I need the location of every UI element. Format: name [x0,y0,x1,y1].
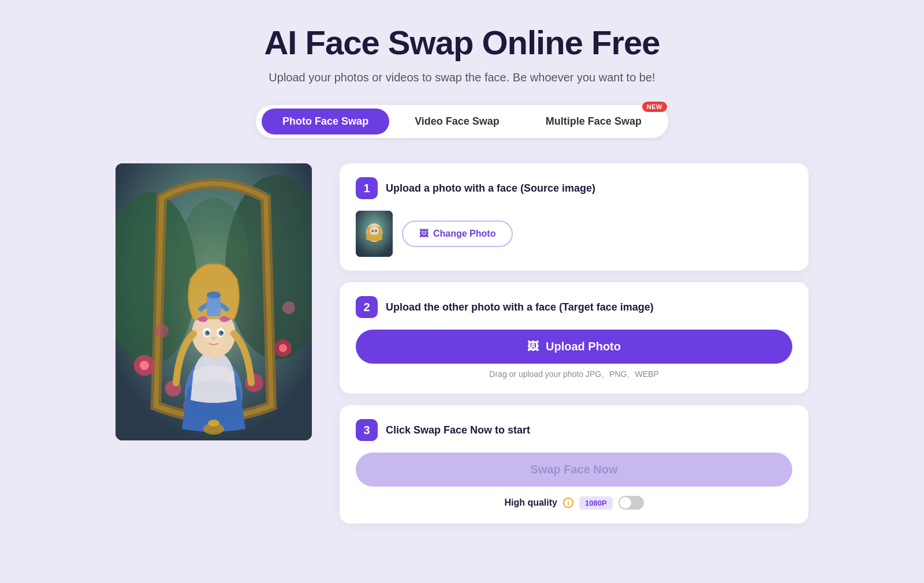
step-2-title: Upload the other photo with a face (Targ… [386,301,654,313]
tab-multiple-face-swap[interactable]: Multiple Face Swap [525,109,662,134]
upload-photo-button[interactable]: 🖼 Upload Photo [356,330,792,364]
page-title: AI Face Swap Online Free [264,23,660,62]
svg-point-32 [139,244,289,429]
swap-face-now-button[interactable]: Swap Face Now [356,453,792,487]
tab-multiple-wrapper: Multiple Face Swap NEW [525,109,662,134]
step-2-header: 2 Upload the other photo with a face (Ta… [356,296,792,318]
source-thumbnail [356,211,393,257]
tab-video-face-swap[interactable]: Video Face Swap [394,109,520,134]
content-area: 1 Upload a photo with a face (Source ima… [116,163,808,524]
quality-info-icon[interactable]: i [563,498,573,508]
step-1-content: 🖼 Change Photo [356,211,792,257]
quality-row: High quality i 1080P [356,496,792,510]
step-3-number: 3 [356,419,378,441]
quality-badge: 1080P [579,496,613,510]
upload-photo-label: Upload Photo [546,340,621,353]
preview-image [116,163,312,440]
change-photo-icon: 🖼 [419,229,429,239]
upload-hint: Drag or upload your photo JPG、PNG、WEBP [356,369,792,380]
step-1-card: 1 Upload a photo with a face (Source ima… [340,163,808,271]
step-2-number: 2 [356,296,378,318]
steps-panel: 1 Upload a photo with a face (Source ima… [340,163,808,524]
step-3-card: 3 Click Swap Face Now to start Swap Face… [340,405,808,524]
step-1-title: Upload a photo with a face (Source image… [386,182,595,195]
tab-photo-face-swap[interactable]: Photo Face Swap [262,109,389,134]
preview-image-wrapper [116,163,312,440]
step-1-number: 1 [356,177,378,199]
svg-point-40 [375,230,377,232]
step-3-header: 3 Click Swap Face Now to start [356,419,792,441]
swap-face-label: Swap Face Now [530,463,617,476]
new-badge: NEW [642,102,667,112]
step-3-title: Click Swap Face Now to start [386,424,530,436]
svg-point-38 [370,226,379,236]
tab-bar: Photo Face Swap Video Face Swap Multiple… [256,105,668,138]
page-subtitle: Upload your photos or videos to swap the… [269,71,655,84]
step-1-header: 1 Upload a photo with a face (Source ima… [356,177,792,199]
step-2-card: 2 Upload the other photo with a face (Ta… [340,282,808,394]
upload-icon: 🖼 [527,340,539,353]
change-photo-label: Change Photo [433,229,495,239]
alice-illustration [116,163,312,440]
quality-toggle[interactable] [619,496,644,510]
change-photo-button[interactable]: 🖼 Change Photo [402,221,513,247]
toggle-knob [620,497,631,509]
svg-point-35 [208,420,219,427]
quality-label: High quality [504,498,557,508]
svg-point-39 [371,230,374,232]
